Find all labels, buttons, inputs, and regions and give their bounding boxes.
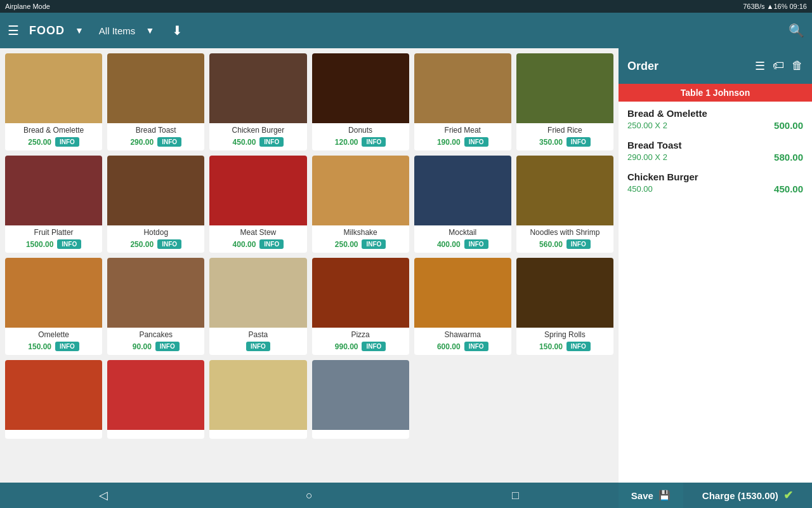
- food-price-fried-rice: 350.00: [539, 138, 563, 147]
- info-button-hotdog[interactable]: INFO: [157, 239, 181, 249]
- food-price-fried-meat: 190.00: [437, 138, 461, 147]
- info-button-pasta[interactable]: INFO: [246, 342, 270, 351]
- info-button-fruit-platter[interactable]: INFO: [57, 239, 81, 249]
- food-name-hotdog: Hotdog: [111, 228, 200, 237]
- info-button-omelette[interactable]: INFO: [55, 342, 79, 351]
- food-name-fruit-platter: Fruit Platter: [9, 228, 98, 237]
- order-item-sub-2: 450.00: [627, 184, 653, 194]
- info-button-mocktail[interactable]: INFO: [464, 239, 488, 249]
- charge-button[interactable]: Charge (1530.00) ✔: [683, 483, 812, 508]
- food-price-noodles-shrimp: 560.00: [539, 240, 563, 249]
- order-items-list: Bread & Omelette250.00 X 2500.00Bread To…: [619, 102, 812, 483]
- food-card-hotdog[interactable]: Hotdog250.00INFO: [107, 156, 204, 253]
- food-card-milkshake[interactable]: Milkshake250.00INFO: [312, 156, 409, 253]
- food-price-fruit-platter: 1500.00: [26, 240, 53, 249]
- food-name-omelette: Omelette: [9, 330, 98, 339]
- info-button-meat-stew[interactable]: INFO: [259, 239, 284, 249]
- order-item-total-0: 500.00: [774, 120, 803, 131]
- food-card-fried-meat[interactable]: Fried Meat190.00INFO: [414, 53, 511, 150]
- info-button-chicken-burger[interactable]: INFO: [259, 137, 284, 147]
- food-card-fried-rice[interactable]: Fried Rice350.00INFO: [516, 53, 613, 150]
- order-header: Order ☰ 🏷 🗑: [619, 48, 812, 84]
- food-price-bread-toast: 290.00: [130, 138, 154, 147]
- tag-icon[interactable]: 🏷: [773, 59, 784, 73]
- food-name-milkshake: Milkshake: [316, 228, 405, 237]
- food-card-chicken-burger[interactable]: Chicken Burger450.00INFO: [209, 53, 306, 150]
- order-item-sub-1: 290.00 X 2: [627, 152, 667, 162]
- order-item-total-2: 450.00: [774, 184, 803, 194]
- food-price-pizza: 990.00: [335, 342, 358, 351]
- food-name-fried-rice: Fried Rice: [520, 126, 610, 135]
- food-card-mocktail[interactable]: Mocktail400.00INFO: [414, 156, 511, 253]
- food-card-omelette[interactable]: Omelette150.00INFO: [5, 258, 102, 355]
- food-price-hotdog: 250.00: [130, 240, 154, 249]
- inbox-icon[interactable]: ⬇: [172, 23, 183, 38]
- food-price-chicken-burger: 450.00: [233, 138, 256, 147]
- trash-icon[interactable]: 🗑: [792, 59, 803, 73]
- food-card-pasta[interactable]: PastaINFO: [209, 258, 306, 355]
- square-icon[interactable]: □: [412, 489, 619, 502]
- info-button-fried-rice[interactable]: INFO: [566, 137, 591, 147]
- info-button-fried-meat[interactable]: INFO: [464, 137, 488, 147]
- action-bar: Save 💾 Charge (1530.00) ✔: [619, 483, 812, 508]
- food-card-donuts[interactable]: Donuts120.00INFO: [312, 53, 409, 150]
- food-card-extra-3[interactable]: [209, 360, 306, 439]
- back-icon[interactable]: ◁: [0, 488, 206, 502]
- food-card-extra-4[interactable]: [312, 360, 409, 439]
- food-name-chicken-burger: Chicken Burger: [213, 126, 303, 135]
- food-name-donuts: Donuts: [316, 126, 405, 135]
- order-item-sub-0: 250.00 X 2: [627, 121, 667, 130]
- info-button-shawarma[interactable]: INFO: [464, 342, 488, 351]
- info-button-bread-toast[interactable]: INFO: [157, 137, 181, 147]
- food-price-pancakes: 90.00: [133, 342, 152, 351]
- info-button-spring-rolls[interactable]: INFO: [566, 342, 591, 351]
- order-item-1: Bread Toast290.00 X 2580.00: [627, 140, 803, 163]
- charge-label: Charge (1530.00): [702, 490, 778, 501]
- bottom-nav: ◁ ○ □: [0, 483, 619, 508]
- food-name-noodles-shrimp: Noodles with Shrimp: [520, 228, 610, 237]
- menu-icon[interactable]: ☰: [8, 23, 19, 38]
- filter-icon[interactable]: ☰: [755, 59, 765, 73]
- info-button-pancakes[interactable]: INFO: [155, 342, 180, 351]
- food-name-pizza: Pizza: [316, 330, 405, 339]
- save-icon: 💾: [658, 490, 671, 501]
- food-name-mocktail: Mocktail: [418, 228, 508, 237]
- category-dropdown-icon[interactable]: ▼: [145, 25, 154, 36]
- food-card-bread-toast[interactable]: Bread Toast290.00INFO: [107, 53, 204, 150]
- food-card-extra-1[interactable]: [5, 360, 102, 439]
- order-item-name-1: Bread Toast: [627, 140, 803, 150]
- info-button-noodles-shrimp[interactable]: INFO: [566, 239, 591, 249]
- food-card-shawarma[interactable]: Shawarma600.00INFO: [414, 258, 511, 355]
- food-name-meat-stew: Meat Stew: [213, 228, 303, 237]
- food-name-pasta: Pasta: [213, 330, 303, 339]
- food-card-extra-2[interactable]: [107, 360, 204, 439]
- save-label: Save: [631, 490, 653, 501]
- food-card-meat-stew[interactable]: Meat Stew400.00INFO: [209, 156, 306, 253]
- airplane-mode-text: Airplane Mode: [5, 3, 50, 10]
- food-card-fruit-platter[interactable]: Fruit Platter1500.00INFO: [5, 156, 102, 253]
- save-button[interactable]: Save 💾: [619, 483, 683, 508]
- food-price-donuts: 120.00: [335, 138, 358, 147]
- food-dropdown-icon[interactable]: ▼: [75, 25, 84, 36]
- food-card-bread-omelette[interactable]: Bread & Omelette250.00INFO: [5, 53, 102, 150]
- info-button-donuts[interactable]: INFO: [362, 137, 386, 147]
- food-price-omelette: 150.00: [28, 342, 51, 351]
- search-icon[interactable]: 🔍: [789, 23, 804, 38]
- food-price-milkshake: 250.00: [335, 240, 358, 249]
- info-button-pizza[interactable]: INFO: [362, 342, 386, 351]
- food-card-pizza[interactable]: Pizza990.00INFO: [312, 258, 409, 355]
- food-name-spring-rolls: Spring Rolls: [520, 330, 610, 339]
- order-item-name-2: Chicken Burger: [627, 171, 803, 182]
- home-icon[interactable]: ○: [206, 489, 412, 502]
- info-button-bread-omelette[interactable]: INFO: [55, 137, 79, 147]
- order-header-icons: ☰ 🏷 🗑: [755, 59, 803, 73]
- order-panel: Order ☰ 🏷 🗑 Table 1 Johnson Bread & Omel…: [619, 48, 812, 483]
- food-price-mocktail: 400.00: [437, 240, 461, 249]
- food-card-spring-rolls[interactable]: Spring Rolls150.00INFO: [516, 258, 613, 355]
- info-button-milkshake[interactable]: INFO: [362, 239, 386, 249]
- table-badge: Table 1 Johnson: [619, 84, 812, 102]
- food-price-meat-stew: 400.00: [233, 240, 256, 249]
- order-item-name-0: Bread & Omelette: [627, 108, 803, 119]
- food-card-pancakes[interactable]: Pancakes90.00INFO: [107, 258, 204, 355]
- food-card-noodles-shrimp[interactable]: Noodles with Shrimp560.00INFO: [516, 156, 613, 253]
